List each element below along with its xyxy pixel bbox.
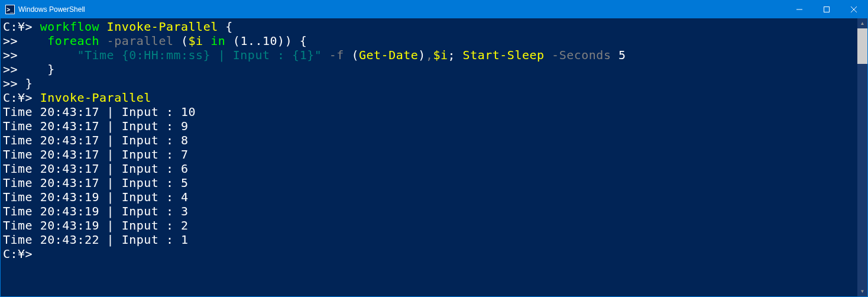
- output-line: Time 20:43:19 | Input : 4: [3, 190, 189, 204]
- prompt: C:¥>: [3, 91, 33, 105]
- output-line: Time 20:43:17 | Input : 6: [3, 162, 189, 176]
- terminal-content[interactable]: C:¥> workflow Invoke-Parallel { >> forea…: [1, 18, 857, 296]
- cont-prompt: >>: [3, 34, 18, 48]
- indent: [18, 62, 47, 76]
- prompt: C:¥>: [3, 20, 33, 34]
- keyword-workflow: workflow: [40, 20, 99, 34]
- indent: [18, 48, 77, 62]
- close-button[interactable]: [840, 1, 867, 18]
- number: 10: [263, 34, 277, 48]
- output-line: Time 20:43:17 | Input : 10: [3, 105, 196, 119]
- paren: (: [233, 34, 241, 48]
- cont-prompt: >>: [3, 62, 18, 76]
- output-line: Time 20:43:17 | Input : 8: [3, 133, 189, 147]
- semicolon: ;: [448, 48, 463, 62]
- brace: {: [292, 34, 307, 48]
- output-line: Time 20:43:19 | Input : 3: [3, 204, 189, 218]
- param-parallel: -parallel: [99, 34, 181, 48]
- svg-rect-1: [824, 7, 830, 12]
- param-seconds: -Seconds: [545, 48, 618, 62]
- number: 5: [618, 48, 626, 62]
- output-line: Time 20:43:17 | Input : 7: [3, 147, 189, 162]
- cont-prompt: >>: [3, 48, 18, 62]
- powershell-window: >_ Windows PowerShell C:¥> workflow Invo…: [0, 0, 868, 297]
- minimize-button[interactable]: [786, 1, 813, 18]
- format-op: -f: [322, 48, 351, 62]
- powershell-icon: >_: [5, 5, 15, 14]
- vertical-scrollbar[interactable]: ▲ ▼: [857, 18, 867, 296]
- paren: ): [418, 48, 426, 62]
- format-string: "Time {0:HH:mm:ss} | Input : {1}": [77, 48, 322, 62]
- scroll-down-icon[interactable]: ▼: [857, 286, 867, 296]
- paren: )): [277, 34, 292, 48]
- cmdlet-getdate: Get-Date: [359, 48, 418, 62]
- keyword-foreach: foreach: [47, 34, 99, 48]
- number: 1: [240, 34, 248, 48]
- brace: }: [47, 62, 55, 76]
- scroll-up-icon[interactable]: ▲: [857, 18, 867, 28]
- keyword-in: in: [203, 34, 233, 48]
- brace: }: [25, 76, 33, 91]
- maximize-button[interactable]: [813, 1, 840, 18]
- titlebar[interactable]: >_ Windows PowerShell: [1, 1, 867, 18]
- output-line: Time 20:43:17 | Input : 9: [3, 119, 189, 133]
- terminal-area: C:¥> workflow Invoke-Parallel { >> forea…: [1, 18, 867, 296]
- indent: [18, 34, 47, 48]
- output-line: Time 20:43:17 | Input : 5: [3, 176, 189, 190]
- command-name: Invoke-Parallel: [107, 20, 218, 34]
- range-op: ..: [248, 34, 263, 48]
- paren: (: [351, 48, 359, 62]
- output-line: Time 20:43:19 | Input : 2: [3, 218, 189, 233]
- prompt: C:¥>: [3, 247, 33, 261]
- variable-i: $i: [189, 34, 203, 48]
- brace: {: [218, 20, 233, 34]
- scroll-thumb[interactable]: [857, 28, 867, 64]
- comma: ,: [426, 48, 433, 62]
- output-line: Time 20:43:22 | Input : 1: [3, 233, 189, 247]
- window-title: Windows PowerShell: [18, 5, 85, 14]
- cmdlet-sleep: Start-Sleep: [463, 48, 545, 62]
- variable-i: $i: [433, 48, 448, 62]
- paren: (: [181, 34, 189, 48]
- cont-prompt: >>: [3, 76, 18, 91]
- invoke-command: Invoke-Parallel: [40, 91, 151, 105]
